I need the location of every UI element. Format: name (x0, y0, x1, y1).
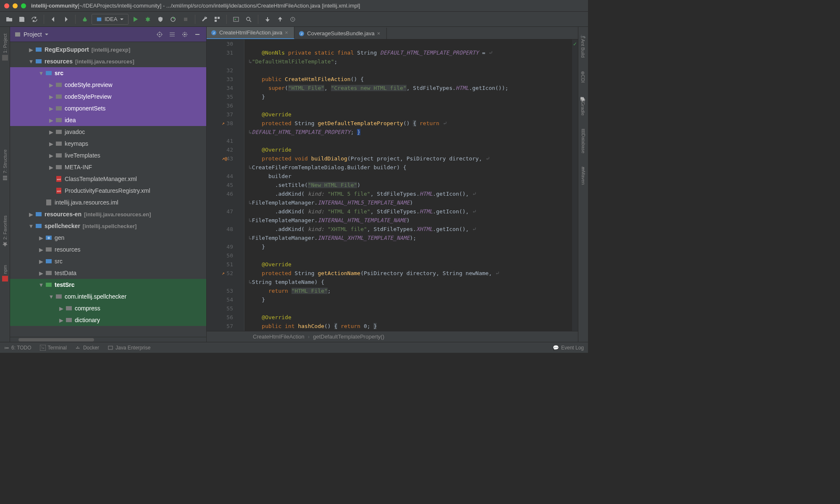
code-line[interactable]: .addKind( kind: "HTML 4 file", StdFileTy… (249, 207, 572, 216)
code-line[interactable]: ↳String templateName) { (249, 278, 572, 286)
favorites-tool-button[interactable]: 2: Favorites (1, 213, 9, 249)
line-number[interactable]: 49 (207, 242, 244, 251)
tree-item[interactable]: xmlProductivityFeaturesRegistry.xml (10, 185, 206, 197)
line-number[interactable]: 50 (207, 251, 244, 260)
tree-item[interactable]: ▶codeStylePreview (10, 91, 206, 102)
java-enterprise-tool-button[interactable]: Java Enterprise (108, 345, 150, 351)
line-number[interactable] (207, 216, 244, 225)
vcs-history-button[interactable] (287, 13, 299, 25)
line-number[interactable]: 34 (207, 84, 244, 92)
back-button[interactable] (47, 13, 59, 25)
code-line[interactable]: ↳FileTemplateManager.INTERNAL_HTML_TEMPL… (249, 216, 572, 225)
forward-button[interactable] (60, 13, 72, 25)
docker-tool-button[interactable]: Docker (75, 345, 99, 351)
code-line[interactable]: .addKind( kind: "HTML 5 file", StdFileTy… (249, 189, 572, 198)
code-line[interactable]: .addKind( kind: "XHTML file", StdFileTyp… (249, 225, 572, 234)
cdi-tool-button[interactable]: ⊕CDI (580, 68, 587, 85)
maven-tool-button[interactable]: mMaven (580, 164, 587, 187)
project-structure-button[interactable] (211, 13, 223, 25)
line-number[interactable]: 56 (207, 313, 244, 322)
line-number[interactable]: 46 (207, 189, 244, 198)
ant-tool-button[interactable]: 🐜Ant Build (580, 31, 587, 60)
code-line[interactable]: @Override (249, 110, 572, 119)
code-line[interactable]: @Override (249, 260, 572, 269)
terminal-tool-button[interactable]: Terminal (40, 345, 67, 351)
event-log-button[interactable]: 💬 Event Log (553, 345, 584, 351)
code-line[interactable]: .setTitle("New HTML File") (249, 181, 572, 189)
minimize-window-button[interactable] (13, 3, 18, 8)
code-line[interactable]: ↳FileTemplateManager.INTERNAL_XHTML_TEMP… (249, 234, 572, 242)
stop-button[interactable] (180, 13, 192, 25)
close-window-button[interactable] (4, 3, 9, 8)
code-line[interactable]: return "HTML File"; (249, 286, 572, 295)
line-number[interactable]: 55 (207, 304, 244, 313)
code-line[interactable]: ↳FileTemplateManager.INTERNAL_HTML5_TEMP… (249, 198, 572, 207)
line-number[interactable]: 48 (207, 225, 244, 234)
save-button[interactable] (16, 13, 28, 25)
line-number[interactable] (207, 57, 244, 66)
search-button[interactable] (243, 13, 255, 25)
line-number[interactable]: ↗@43 (207, 154, 244, 163)
tree-item[interactable]: ▼com.intellij.spellchecker (10, 291, 206, 302)
code-line[interactable]: @NonNls private static final String DEFA… (249, 48, 572, 57)
tree-item[interactable]: ▶RegExpSupport[intellij.regexp] (10, 44, 206, 55)
project-tree[interactable]: ▶RegExpSupport[intellij.regexp]▼resource… (10, 42, 206, 337)
code-line[interactable]: public int hashCode() { return 0; } (249, 322, 572, 331)
expand-all-button[interactable] (168, 30, 177, 39)
code-editor[interactable]: @NonNls private static final String DEFA… (244, 39, 572, 331)
line-number[interactable]: 30 (207, 39, 244, 48)
line-number[interactable]: 53 (207, 286, 244, 295)
editor-tab[interactable]: JCoverageSuitesBundle.java× (294, 28, 386, 39)
line-number[interactable]: 31 (207, 48, 244, 57)
line-number[interactable]: ↗38 (207, 119, 244, 128)
line-number[interactable]: 51 (207, 260, 244, 269)
line-number[interactable]: 41 (207, 136, 244, 145)
overview-ruler[interactable]: ✓ (572, 39, 578, 331)
code-line[interactable]: } (249, 242, 572, 251)
line-number[interactable]: 54 (207, 295, 244, 304)
tree-item[interactable]: ▶liveTemplates (10, 150, 206, 161)
run-config-selector[interactable]: IDEA (92, 14, 129, 25)
tree-item[interactable]: ▶src (10, 255, 206, 267)
tree-item[interactable]: ▶META-INF (10, 161, 206, 173)
line-number[interactable] (207, 163, 244, 172)
tree-item[interactable]: ▶testData (10, 267, 206, 279)
tree-item[interactable]: ▶resources (10, 244, 206, 255)
tree-scrollbar[interactable] (10, 337, 206, 342)
npm-tool-button[interactable]: npm (1, 262, 9, 284)
settings-icon[interactable] (180, 30, 189, 39)
structure-tool-button[interactable]: 7: Structure (1, 147, 9, 184)
close-tab-icon[interactable]: × (285, 29, 290, 36)
tree-item[interactable]: ▶keymaps (10, 138, 206, 150)
code-line[interactable] (249, 136, 572, 145)
line-number[interactable]: ↗52 (207, 269, 244, 278)
tree-item[interactable]: ▼spellchecker[intellij.spellchecker] (10, 220, 206, 232)
vcs-update-button[interactable] (262, 13, 273, 25)
line-number[interactable]: 44 (207, 172, 244, 181)
chevron-down-icon[interactable] (45, 32, 49, 37)
tree-item[interactable]: ▶componentSets (10, 102, 206, 114)
code-line[interactable]: @Override (249, 145, 572, 154)
code-line[interactable]: public CreateHtmlFileAction() { (249, 75, 572, 84)
locate-button[interactable] (155, 30, 164, 39)
run-anything-button[interactable] (230, 13, 242, 25)
tree-item[interactable]: ▶⚙gen (10, 232, 206, 244)
code-line[interactable]: ↳CreateFileFromTemplateDialog.Builder bu… (249, 163, 572, 172)
tree-item[interactable]: ▼resources[intellij.java.resources] (10, 55, 206, 67)
line-number[interactable] (207, 234, 244, 242)
vcs-commit-button[interactable] (274, 13, 286, 25)
maximize-window-button[interactable] (21, 3, 26, 8)
line-number[interactable] (207, 128, 244, 136)
tree-item[interactable]: intellij.java.resources.iml (10, 197, 206, 208)
line-number[interactable]: 36 (207, 101, 244, 110)
database-tool-button[interactable]: 🗄Database (580, 126, 587, 156)
code-line[interactable]: } (249, 295, 572, 304)
tree-item[interactable]: ▶compress (10, 302, 206, 314)
tree-item[interactable]: xmlClassTemplateManager.xml (10, 173, 206, 185)
code-line[interactable] (249, 101, 572, 110)
tree-item[interactable]: ▼testSrc (10, 279, 206, 291)
tree-item[interactable]: ▶codeStyle.preview (10, 79, 206, 91)
line-number[interactable]: 32 (207, 66, 244, 75)
code-line[interactable]: builder (249, 172, 572, 181)
line-number[interactable]: 35 (207, 92, 244, 101)
